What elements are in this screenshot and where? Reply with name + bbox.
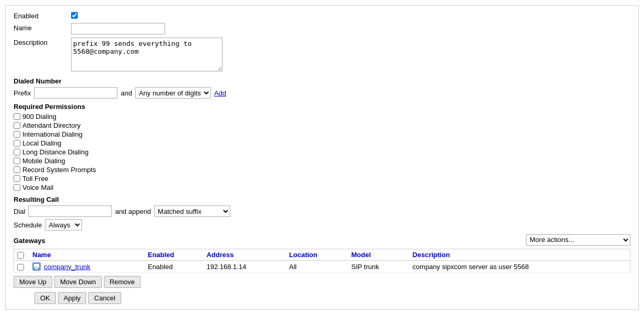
name-label: Name (14, 23, 71, 32)
row-name-cell: company_trunk (29, 261, 145, 273)
move-down-button[interactable]: Move Down (54, 276, 102, 288)
description-label: Description (14, 38, 71, 46)
row-checkbox[interactable] (17, 264, 24, 271)
schedule-label: Schedule (14, 221, 42, 229)
perm-mobile-label: Mobile Dialing (22, 157, 65, 165)
perm-900-label: 900 Dialing (22, 113, 56, 120)
row-location-cell: All (286, 261, 348, 273)
perm-900-checkbox[interactable] (14, 113, 20, 120)
gateways-table: Name Enabled Address Location Model Desc… (14, 249, 630, 273)
perm-900-item: 900 Dialing (14, 113, 630, 120)
dial-row: Dial and append Matched suffix Matched p… (14, 205, 630, 217)
gateways-header: Gateways More actions... (14, 233, 630, 247)
select-all-checkbox[interactable] (17, 252, 24, 259)
and-append-label: and append (115, 208, 151, 215)
table-header-row: Name Enabled Address Location Model Desc… (14, 249, 630, 261)
dial-label: Dial (14, 208, 25, 215)
perm-tollfree-item: Toll Free (14, 175, 630, 183)
gateways-heading: Gateways (14, 237, 45, 245)
digits-select[interactable]: Any number of digits Exactly 0 digits Ex… (135, 87, 211, 99)
row-enabled-cell: Enabled (145, 261, 204, 273)
gateway-icon (32, 262, 41, 271)
row-enabled-status: Enabled (148, 263, 173, 271)
perm-longdist-checkbox[interactable] (14, 149, 20, 155)
perm-record-item: Record System Prompts (14, 166, 630, 174)
col-header-checkbox (14, 249, 30, 261)
perm-record-label: Record System Prompts (22, 166, 96, 174)
permissions-heading: Required Permissions (14, 103, 630, 111)
row-model-cell: SIP trunk (348, 261, 409, 273)
perm-local-checkbox[interactable] (14, 140, 20, 147)
cancel-button[interactable]: Cancel (88, 292, 121, 304)
perm-tollfree-label: Toll Free (22, 175, 49, 183)
perm-voicemail-checkbox[interactable] (14, 184, 20, 191)
matched-suffix-select[interactable]: Matched suffix Matched prefix Entire dia… (154, 205, 230, 217)
perm-longdist-item: Long Distance Dialing (14, 148, 630, 156)
row-model: SIP trunk (352, 263, 379, 271)
and-label: and (121, 89, 132, 97)
schedule-select[interactable]: Always Custom (45, 219, 82, 231)
col-header-name: Name (29, 249, 145, 261)
perm-voicemail-label: Voice Mail (22, 184, 53, 191)
move-up-button[interactable]: Move Up (14, 276, 52, 288)
dialed-number-heading: Dialed Number (14, 77, 630, 85)
name-row: Name company_route (14, 23, 630, 34)
col-header-model: Model (348, 249, 409, 261)
row-address: 192.168.1.14 (206, 263, 246, 271)
prefix-input[interactable]: 99 (34, 87, 118, 99)
svg-rect-1 (34, 264, 39, 268)
perm-longdist-label: Long Distance Dialing (22, 148, 88, 156)
row-description: company sipxcom server as user 5568 (413, 263, 529, 271)
perm-intl-checkbox[interactable] (14, 131, 20, 138)
perm-intl-label: International Dialing (22, 130, 83, 138)
enabled-value (71, 11, 630, 19)
more-actions-select[interactable]: More actions... (526, 234, 630, 246)
enabled-checkbox[interactable] (71, 12, 78, 19)
permissions-list: 900 Dialing Attendant Directory Internat… (14, 113, 630, 191)
perm-record-checkbox[interactable] (14, 166, 20, 173)
perm-attendant-label: Attendant Directory (22, 122, 80, 129)
col-header-enabled: Enabled (145, 249, 204, 261)
perm-local-label: Local Dialing (22, 139, 61, 147)
col-header-description: Description (409, 249, 630, 261)
gateway-name: company_trunk (44, 263, 90, 271)
perm-tollfree-checkbox[interactable] (14, 175, 20, 182)
col-header-address: Address (203, 249, 286, 261)
description-row: Description prefix 99 sends everything t… (14, 38, 630, 73)
ok-button[interactable]: OK (34, 292, 56, 304)
perm-intl-item: International Dialing (14, 130, 630, 138)
perm-local-item: Local Dialing (14, 139, 630, 147)
apply-button[interactable]: Apply (58, 292, 87, 304)
name-value: company_route (71, 23, 630, 34)
description-textarea[interactable]: prefix 99 sends everything to 5568@compa… (71, 38, 223, 71)
row-description-cell: company sipxcom server as user 5568 (409, 261, 630, 273)
resulting-call-heading: Resulting Call (14, 196, 630, 203)
perm-mobile-checkbox[interactable] (14, 158, 20, 164)
row-checkbox-cell (14, 261, 30, 273)
bottom-action-btns: OK Apply Cancel (14, 292, 630, 304)
dial-input[interactable] (28, 205, 112, 217)
name-input[interactable]: company_route (71, 23, 165, 34)
gateway-link[interactable]: company_trunk (32, 262, 142, 271)
form-container: Enabled Name company_route Description p… (5, 5, 639, 310)
table-row: company_trunk Enabled 192.168.1.14 All S… (14, 261, 630, 273)
prefix-row: Prefix 99 and Any number of digits Exact… (14, 87, 630, 99)
row-location: All (289, 263, 297, 271)
perm-attendant-item: Attendant Directory (14, 122, 630, 129)
enabled-label: Enabled (14, 11, 71, 20)
perm-attendant-checkbox[interactable] (14, 122, 20, 129)
add-link[interactable]: Add (214, 89, 226, 97)
col-header-location: Location (286, 249, 348, 261)
description-value: prefix 99 sends everything to 5568@compa… (71, 38, 630, 73)
gateway-action-btns: Move Up Move Down Remove (14, 276, 630, 288)
row-address-cell: 192.168.1.14 (203, 261, 286, 273)
remove-button[interactable]: Remove (104, 276, 140, 288)
perm-voicemail-item: Voice Mail (14, 184, 630, 191)
enabled-row: Enabled (14, 11, 630, 20)
perm-mobile-item: Mobile Dialing (14, 157, 630, 165)
schedule-row: Schedule Always Custom (14, 219, 630, 231)
svg-rect-2 (35, 268, 38, 269)
prefix-label: Prefix (14, 89, 31, 97)
